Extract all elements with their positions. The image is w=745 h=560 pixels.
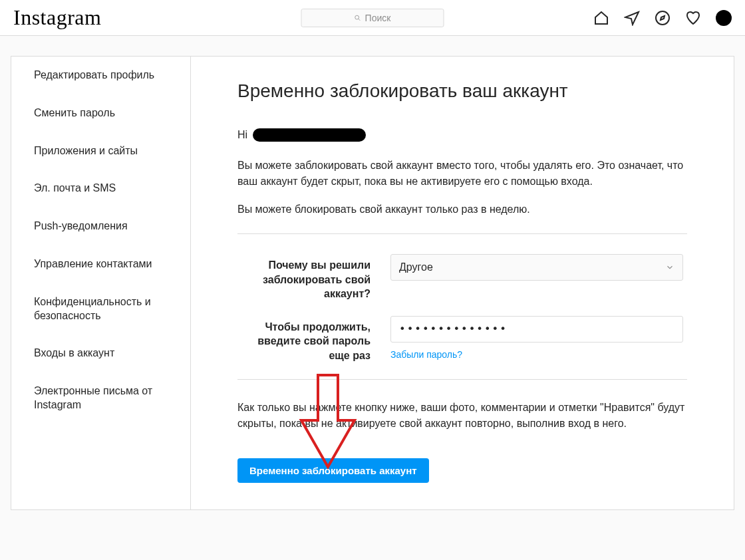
nav-icons [593,10,732,26]
sidebar-item-login-activity[interactable]: Входы в аккаунт [11,335,190,372]
activity-icon[interactable] [685,10,701,26]
sidebar-item-change-password[interactable]: Сменить пароль [11,94,190,132]
search-icon [355,15,361,21]
password-label: Чтобы продолжить, введите свой пароль ещ… [237,316,390,363]
settings-sidebar: Редактировать профиль Сменить пароль При… [11,57,191,509]
sidebar-item-edit-profile[interactable]: Редактировать профиль [11,57,190,94]
chevron-down-icon [665,263,674,272]
profile-avatar[interactable] [716,10,732,26]
info-paragraph-1: Вы можете заблокировать свой аккаунт вме… [237,158,687,190]
svg-point-2 [656,11,669,25]
search-placeholder: Поиск [365,13,391,23]
password-input[interactable]: •••••••••••••• [390,316,683,343]
password-row: Чтобы продолжить, введите свой пароль ещ… [237,316,687,363]
forgot-password-link[interactable]: Забыли пароль? [390,349,462,360]
sidebar-item-apps-websites[interactable]: Приложения и сайты [11,132,190,170]
search-input[interactable]: Поиск [301,9,444,27]
divider [237,233,687,234]
page-title: Временно заблокировать ваш аккаунт [237,80,687,102]
reason-row: Почему вы решили заблокировать свой акка… [237,254,687,301]
disable-account-button[interactable]: Временно заблокировать аккаунт [237,458,429,483]
info-paragraph-2: Вы можете блокировать свой аккаунт тольк… [237,202,687,217]
instagram-logo[interactable]: Instagram [13,5,101,30]
divider-2 [237,379,687,380]
sidebar-item-push-notifications[interactable]: Push-уведомления [11,208,190,245]
main-content: Временно заблокировать ваш аккаунт Hi Вы… [191,57,734,509]
svg-point-0 [355,15,359,19]
greeting: Hi [237,128,687,142]
username-redacted [253,128,366,142]
reason-label: Почему вы решили заблокировать свой акка… [237,254,390,301]
greeting-prefix: Hi [237,129,247,141]
messages-icon[interactable] [624,10,640,26]
explore-icon[interactable] [655,10,670,26]
sidebar-item-email-sms[interactable]: Эл. почта и SMS [11,170,190,208]
sidebar-item-privacy-security[interactable]: Конфиденциальность и безопасность [11,283,190,335]
svg-line-1 [359,19,361,21]
final-paragraph: Как только вы нажмете кнопку ниже, ваши … [237,400,687,432]
reason-select[interactable]: Другое [390,254,683,281]
settings-container: Редактировать профиль Сменить пароль При… [11,56,734,510]
top-nav: Instagram Поиск [0,0,745,36]
home-icon[interactable] [593,10,609,26]
sidebar-item-emails-from-instagram[interactable]: Электронные письма от Instagram [11,372,190,424]
sidebar-item-manage-contacts[interactable]: Управление контактами [11,245,190,283]
reason-value: Другое [399,261,433,273]
